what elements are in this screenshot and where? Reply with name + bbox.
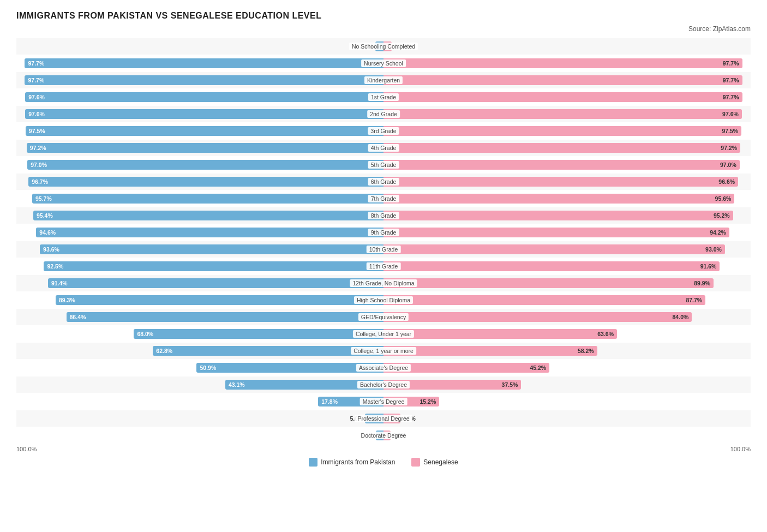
right-value: 45.2%: [530, 364, 547, 371]
right-value: 97.7%: [723, 94, 740, 100]
chart-row: 86.4% GED/Equivalency 84.0%: [16, 309, 751, 325]
chart-row: 95.7% 7th Grade 95.6%: [16, 190, 751, 207]
left-value: 97.5%: [28, 128, 45, 134]
left-value: 97.6%: [27, 94, 45, 100]
legend: Immigrants from Pakistan Senegalese: [16, 458, 751, 467]
left-value: 89.3%: [58, 297, 75, 303]
right-value: 97.0%: [720, 162, 738, 168]
chart-row: 50.9% Associate's Degree 45.2%: [16, 360, 751, 376]
left-value: 43.1%: [227, 381, 245, 388]
right-value-outside: 2.3%: [394, 43, 407, 50]
chart-row: 97.7% Nursery School 97.7%: [16, 55, 751, 71]
left-value: 95.7%: [34, 195, 52, 202]
right-value: 97.7%: [723, 77, 740, 83]
chart-row: 91.4% 12th Grade, No Diploma 89.9%: [16, 275, 751, 291]
chart-row: 93.6% 10th Grade 93.0%: [16, 241, 751, 258]
right-value: 63.6%: [597, 331, 615, 337]
left-value: 92.5%: [46, 263, 63, 270]
left-value-outside: 5.0%: [350, 415, 363, 422]
chart-row: 2.3% No Schooling Completed 2.3%: [16, 38, 751, 55]
chart-row: 97.5% 3rd Grade 97.5%: [16, 123, 751, 139]
legend-item-pakistan: Immigrants from Pakistan: [309, 458, 395, 467]
right-value: 95.2%: [714, 212, 731, 219]
chart-row: 94.6% 9th Grade 94.2%: [16, 224, 751, 241]
left-value: 97.7%: [27, 60, 44, 67]
chart-row: 97.6% 2nd Grade 97.6%: [16, 106, 751, 122]
right-value: 89.9%: [694, 280, 711, 286]
chart-row: 62.8% College, 1 year or more 58.2%: [16, 343, 751, 359]
legend-box-senegalese: [411, 458, 420, 467]
page-container: IMMIGRANTS FROM PAKISTAN VS SENEGALESE E…: [16, 11, 751, 467]
right-value: 93.0%: [705, 246, 723, 253]
chart-row: 89.3% High School Diploma 87.7%: [16, 292, 751, 308]
left-value: 93.6%: [42, 246, 59, 253]
chart-row: 97.0% 5th Grade 97.0%: [16, 157, 751, 173]
right-value: 91.6%: [700, 263, 718, 270]
left-value: 50.9%: [199, 364, 216, 371]
source-label: Source: ZipAtlas.com: [16, 25, 751, 33]
chart-row: 68.0% College, Under 1 year 63.6%: [16, 326, 751, 342]
chart-row: 97.7% Kindergarten 97.7%: [16, 72, 751, 88]
legend-label-pakistan: Immigrants from Pakistan: [321, 458, 395, 466]
right-value: 58.2%: [578, 348, 595, 354]
chart-row: 95.4% 8th Grade 95.2%: [16, 207, 751, 224]
left-value-outside: 2.3%: [360, 43, 373, 50]
left-value: 97.0%: [29, 162, 47, 168]
right-value: 94.2%: [710, 229, 727, 236]
chart-row: 97.2% 4th Grade 97.2%: [16, 140, 751, 156]
right-value-outside: 4.6%: [403, 415, 416, 422]
right-value: 96.6%: [718, 178, 736, 185]
chart-wrapper: 2.3% No Schooling Completed 2.3% 97.7% N…: [16, 38, 751, 444]
right-value: 95.6%: [715, 195, 733, 202]
chart-title: IMMIGRANTS FROM PAKISTAN VS SENEGALESE E…: [16, 11, 751, 21]
legend-label-senegalese: Senegalese: [423, 458, 458, 466]
left-value: 97.7%: [27, 77, 44, 83]
x-axis-right: 100.0%: [730, 446, 751, 452]
chart-row: 43.1% Bachelor's Degree 37.5%: [16, 376, 751, 393]
left-value: 94.6%: [38, 229, 56, 236]
chart-row: 17.8% Master's Degree 15.2%: [16, 393, 751, 410]
right-value: 97.5%: [722, 128, 739, 134]
left-value: 62.8%: [155, 348, 172, 354]
left-value: 86.4%: [69, 314, 86, 320]
chart-row: 96.7% 6th Grade 96.6%: [16, 174, 751, 190]
x-axis-left: 100.0%: [16, 446, 37, 452]
left-value: 95.4%: [35, 212, 53, 219]
right-value: 97.2%: [721, 145, 738, 151]
chart-row: 2.1% Doctorate Degree 2.0%: [16, 427, 751, 444]
right-value: 15.2%: [420, 398, 438, 405]
left-value-outside: 2.1%: [361, 432, 374, 439]
left-value: 17.8%: [320, 398, 338, 405]
right-value-outside: 2.0%: [393, 432, 406, 439]
left-value: 97.6%: [27, 111, 45, 117]
left-value: 68.0%: [136, 331, 153, 337]
left-value: 91.4%: [50, 280, 68, 286]
right-value: 97.6%: [722, 111, 740, 117]
right-value: 84.0%: [673, 314, 690, 320]
right-value: 87.7%: [686, 297, 703, 303]
legend-box-pakistan: [309, 458, 317, 467]
left-value: 96.7%: [31, 178, 48, 185]
chart-row: 92.5% 11th Grade 91.6%: [16, 258, 751, 274]
right-value: 37.5%: [502, 381, 519, 388]
left-value: 97.2%: [29, 145, 46, 151]
chart-row: 5.0% Professional Degree 4.6%: [16, 410, 751, 427]
right-value: 97.7%: [723, 60, 740, 67]
legend-item-senegalese: Senegalese: [411, 458, 458, 467]
chart-row: 97.6% 1st Grade 97.7%: [16, 89, 751, 105]
x-axis: 100.0% 100.0%: [16, 446, 751, 452]
